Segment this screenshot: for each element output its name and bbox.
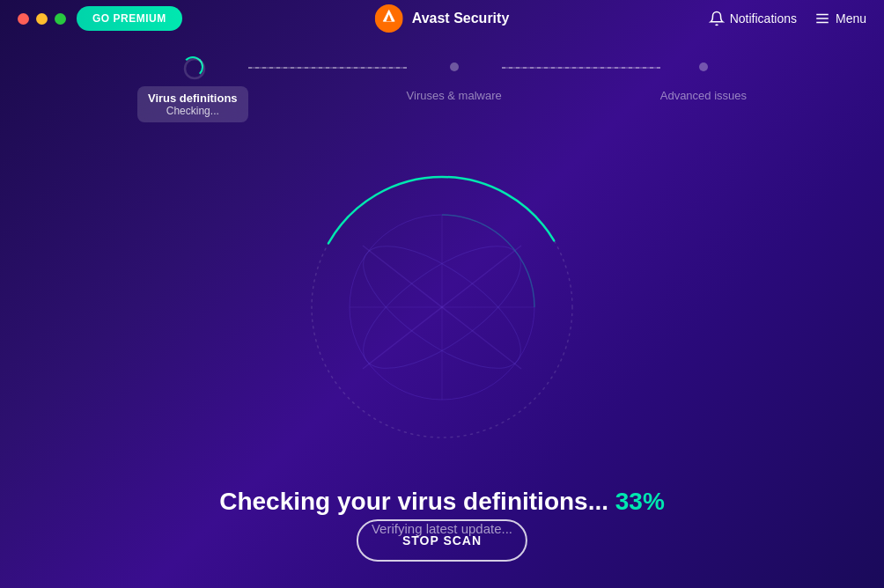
stop-scan-area: STOP SCAN xyxy=(357,519,527,562)
app-title-area: Avast Security xyxy=(375,4,510,33)
step-circle-viruses xyxy=(450,62,459,71)
steps-bar: Virus definitions Checking... Viruses & … xyxy=(0,37,884,149)
scan-checking-text: Checking your virus definitions... xyxy=(219,488,608,515)
minimize-button[interactable] xyxy=(36,13,48,25)
menu-label: Menu xyxy=(836,11,866,26)
step-label-advanced: Advanced issues xyxy=(660,89,747,102)
titlebar: GO PREMIUM Avast Security Notifications xyxy=(0,0,884,37)
app-title: Avast Security xyxy=(412,11,510,26)
menu-icon xyxy=(814,11,830,26)
step-label-definitions: Virus definitions Checking... xyxy=(137,86,248,122)
go-premium-button[interactable]: GO PREMIUM xyxy=(77,6,182,31)
avast-logo-icon xyxy=(375,4,403,33)
step-item-definitions: Virus definitions Checking... xyxy=(137,55,248,122)
step-circle-advanced xyxy=(699,62,708,71)
globe-icon xyxy=(336,202,548,413)
notifications-button[interactable]: Notifications xyxy=(709,11,797,26)
traffic-lights xyxy=(18,13,66,25)
notifications-label: Notifications xyxy=(730,11,797,26)
menu-button[interactable]: Menu xyxy=(814,11,866,26)
globe-visual xyxy=(328,193,556,422)
maximize-button[interactable] xyxy=(55,13,66,25)
step-item-advanced: Advanced issues xyxy=(660,55,747,102)
close-button[interactable] xyxy=(18,13,29,25)
scan-percent: 33% xyxy=(615,488,665,515)
step-connector-1 xyxy=(248,67,407,69)
step-label-viruses: Viruses & malware xyxy=(407,89,502,102)
scan-main-text: Checking your virus definitions... 33% xyxy=(156,488,728,516)
top-right-nav: Notifications Menu xyxy=(709,11,866,26)
stop-scan-button[interactable]: STOP SCAN xyxy=(357,519,527,562)
bell-icon xyxy=(709,11,725,26)
scan-visual: Checking your virus definitions... 33% V… xyxy=(301,166,583,448)
svg-point-4 xyxy=(185,59,204,78)
step-item-viruses: Viruses & malware xyxy=(407,55,502,102)
step-connector-2 xyxy=(502,67,660,69)
step-circle-definitions xyxy=(180,55,205,79)
main-content: Checking your virus definitions... 33% V… xyxy=(0,166,884,448)
